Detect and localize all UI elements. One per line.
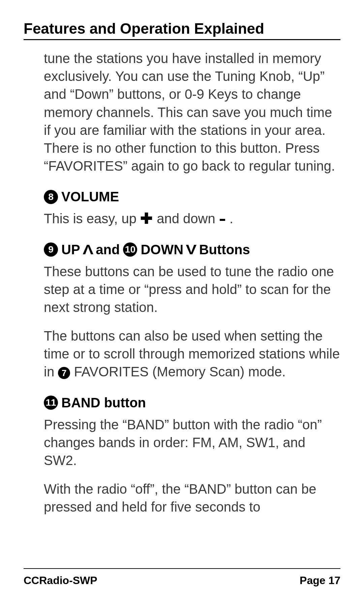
heading-and: and — [96, 242, 120, 257]
footer-left: CCRadio-SWP — [24, 574, 97, 587]
badge-10-icon: 10 — [123, 242, 137, 257]
volume-text-b: and down — [157, 211, 219, 226]
volume-paragraph: This is easy, up ✚ and down . — [44, 210, 337, 228]
chevron-up-icon: Λ — [83, 242, 93, 257]
page-footer: CCRadio-SWP Page 17 — [24, 568, 340, 587]
badge-11-icon: 11 — [44, 396, 58, 410]
badge-8-icon: 8 — [44, 190, 58, 204]
updown-para-2b: FAVORITES (Memory Scan) mode. — [74, 364, 285, 379]
heading-band: 11 BAND button — [44, 395, 340, 410]
heading-up-down: 9 UP Λ and 10 DOWN V Buttons — [44, 242, 340, 257]
minus-icon — [220, 219, 225, 221]
heading-band-label: BAND button — [61, 395, 146, 410]
page-body: tune the stations you have installed in … — [24, 50, 340, 228]
footer-right: Page 17 — [300, 574, 340, 587]
plus-icon: ✚ — [140, 209, 154, 229]
badge-9-icon: 9 — [44, 242, 58, 257]
heading-buttons-tail: Buttons — [199, 242, 250, 257]
heading-up-label: UP — [61, 242, 80, 257]
intro-paragraph: tune the stations you have installed in … — [44, 50, 337, 175]
band-para-1: Pressing the “BAND” button with the radi… — [44, 416, 340, 470]
band-para-2: With the radio “off”, the “BAND” button … — [44, 480, 340, 516]
badge-7-icon: 7 — [58, 367, 70, 379]
volume-text-c: . — [230, 211, 233, 226]
updown-para-1: These buttons can be used to tune the ra… — [44, 263, 340, 317]
chevron-down-icon: V — [186, 242, 196, 257]
volume-text-a: This is easy, up — [44, 211, 140, 226]
heading-volume-label: VOLUME — [61, 189, 119, 204]
heading-volume: 8 VOLUME — [44, 189, 337, 204]
heading-down-label: DOWN — [141, 242, 183, 257]
updown-para-2: The buttons can also be used when settin… — [44, 327, 340, 381]
page-title: Features and Operation Explained — [24, 20, 340, 40]
